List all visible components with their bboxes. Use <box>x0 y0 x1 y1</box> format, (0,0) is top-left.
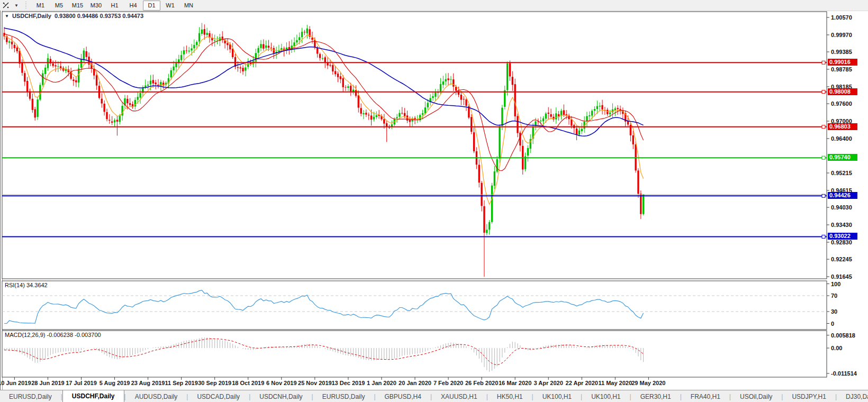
price-badge-0.95740: 0.95740 <box>828 154 857 161</box>
timeframe-button-mn[interactable]: MN <box>180 1 197 11</box>
date-label: 11 May 2020 <box>598 380 632 386</box>
price-tick-label: 0.91645 <box>831 273 852 280</box>
chart-tabs: EURUSD,Daily|USDCHF,Daily|AUDUSD,Daily|U… <box>0 390 868 402</box>
price-tick-label: 0.99385 <box>831 49 852 55</box>
collapse-triangle-icon[interactable]: ▼ <box>5 14 9 19</box>
price-tick-label: 0.92830 <box>831 239 852 245</box>
date-label: 29 May 2020 <box>631 380 665 386</box>
timeframe-button-d1[interactable]: D1 <box>143 1 160 11</box>
date-label: 26 Feb 2020 <box>465 380 498 386</box>
chevron-down-icon[interactable]: ▼ <box>13 3 20 8</box>
price-tick-label: 0.99970 <box>831 32 852 38</box>
main-panel-frame <box>2 12 827 279</box>
price-tick-label: 0.98785 <box>831 66 852 72</box>
chart-tab-gbpusd-h4[interactable]: GBPUSD,H4 <box>376 390 430 402</box>
chart-tab-usdcnh-daily[interactable]: USDCNH,Daily <box>250 390 311 402</box>
symbol-period-label: USDCHF,Daily <box>12 13 51 19</box>
chart-tab-eurusd-daily[interactable]: EURUSD,Daily <box>0 390 61 402</box>
chart-tab-usoil-daily[interactable]: USOil,Daily <box>731 390 781 402</box>
level-line-handle <box>822 61 825 64</box>
timeframe-toolbar: ▼ M1M5M15M30H1H4D1W1MN <box>0 0 868 11</box>
timeframe-button-w1[interactable]: W1 <box>161 1 179 11</box>
rsi-tick-label: 70 <box>831 293 837 299</box>
macd-tick-label: 0.005818 <box>831 332 855 339</box>
timeframe-button-m5[interactable]: M5 <box>50 1 68 11</box>
macd-name: MACD(12,26,9) <box>5 332 45 338</box>
price-badge-0.96803: 0.96803 <box>828 123 857 130</box>
chart-tab-usdcad-daily[interactable]: USDCAD,Daily <box>188 390 249 402</box>
date-label: 22 Apr 2020 <box>566 380 598 386</box>
date-label: 5 Aug 2019 <box>100 380 130 386</box>
price-badge-0.98008: 0.98008 <box>828 88 857 95</box>
date-label: 23 Aug 2019 <box>131 380 165 386</box>
macd-label: MACD(12,26,9) -0.006238 -0.003700 <box>5 332 101 338</box>
chart-tab-uk100-h1[interactable]: UK100,H1 <box>582 390 629 402</box>
chart-tab-fra40-h1[interactable]: FRA40,H1 <box>682 390 729 402</box>
chart-tab-xauusd-h1[interactable]: XAUUSD,H1 <box>432 390 486 402</box>
chart-tab-bar: EURUSD,Daily|USDCHF,Daily|AUDUSD,Daily|U… <box>0 390 868 402</box>
rsi-value: 34.3642 <box>26 282 48 288</box>
date-label: 18 Oct 2019 <box>232 380 264 386</box>
price-tick-label: 0.94030 <box>831 204 852 211</box>
rsi-tick-label: 0 <box>831 321 834 327</box>
date-label: 3 Apr 2020 <box>534 380 563 386</box>
price-tick-label: 0.96400 <box>831 135 852 142</box>
level-line-handle <box>822 125 825 129</box>
timeframe-button-h1[interactable]: H1 <box>106 1 123 11</box>
macd-tick-label: 0.00 <box>831 345 842 351</box>
date-label: 10 Jun 2019 <box>0 380 31 386</box>
timeframe-button-m1[interactable]: M1 <box>32 1 49 11</box>
ohlc-values: 0.93800 0.94486 0.93753 0.94473 <box>55 13 143 19</box>
macd-values: -0.006238 -0.003700 <box>47 332 101 338</box>
level-line-handle <box>822 235 825 238</box>
chart-tab-audusd-daily[interactable]: AUDUSD,Daily <box>126 390 187 402</box>
crosshair-icon <box>2 2 10 9</box>
level-line-handle <box>822 156 825 159</box>
macd-panel-frame <box>2 331 827 377</box>
date-label: 30 Sep 2019 <box>198 380 231 386</box>
date-label: 7 Feb 2020 <box>433 380 463 386</box>
date-label: 20 Jan 2020 <box>399 380 431 386</box>
timeframe-button-h4[interactable]: H4 <box>124 1 142 11</box>
price-badge-0.99016: 0.99016 <box>828 59 857 66</box>
price-tick-label: 0.95215 <box>831 170 852 176</box>
level-line-handle <box>822 194 825 197</box>
price-tick-label: 0.97600 <box>831 100 852 107</box>
chart-tab-ger30-h1[interactable]: GER30,H1 <box>631 390 680 402</box>
date-label: 25 Nov 2019 <box>298 380 332 386</box>
mt4-terminal: ▼ M1M5M15M30H1H4D1W1MN ▼ USDCHF,Daily 0.… <box>0 0 868 402</box>
rsi-name: RSI(14) <box>5 282 25 288</box>
macd-tick-label: -0.011514 <box>831 370 857 377</box>
price-badge-0.94426: 0.94426 <box>828 192 857 199</box>
chart-tab-hk50-h1[interactable]: HK50,H1 <box>488 390 532 402</box>
price-tick-label: 0.92245 <box>831 256 852 262</box>
date-label: 6 Nov 2019 <box>266 380 296 386</box>
date-label: 28 Jun 2019 <box>31 380 64 386</box>
chart-title: ▼ USDCHF,Daily 0.93800 0.94486 0.93753 0… <box>5 13 143 19</box>
date-label: 13 Dec 2019 <box>331 380 365 386</box>
timeframe-buttons: M1M5M15M30H1H4D1W1MN <box>31 1 198 11</box>
price-tick-label: 0.93430 <box>831 222 852 228</box>
rsi-tick-label: 30 <box>831 308 837 315</box>
date-label: 11 Sep 2019 <box>165 380 197 386</box>
chart-tab-usdjpy-h1[interactable]: USDJPY,H1 <box>783 390 835 402</box>
rsi-label: RSI(14) 34.3642 <box>5 282 48 288</box>
price-badge-0.93022: 0.93022 <box>828 233 857 240</box>
chart-canvas[interactable] <box>0 11 868 402</box>
timeframe-button-m30[interactable]: M30 <box>87 1 105 11</box>
price-tick-label: 1.00570 <box>831 14 852 21</box>
toolbar-grip[interactable] <box>24 2 28 9</box>
chart-tab-usdchf-daily[interactable]: USDCHF,Daily <box>62 390 124 402</box>
level-line-handle <box>822 90 825 94</box>
chart-tab-uk100-h1[interactable]: UK100,H1 <box>534 390 581 402</box>
cursor-tool-button[interactable] <box>0 1 12 10</box>
date-label: 17 Jul 2019 <box>66 380 97 386</box>
rsi-tick-label: 100 <box>831 281 840 287</box>
chart-tab-eurusd-daily[interactable]: EURUSD,Daily <box>313 390 374 402</box>
chart-tab-dj30-daily[interactable]: DJ30,Daily <box>837 390 868 402</box>
timeframe-button-m15[interactable]: M15 <box>69 1 86 11</box>
date-label: 1 Jan 2020 <box>367 380 396 386</box>
date-label: 16 Mar 2020 <box>499 380 531 386</box>
